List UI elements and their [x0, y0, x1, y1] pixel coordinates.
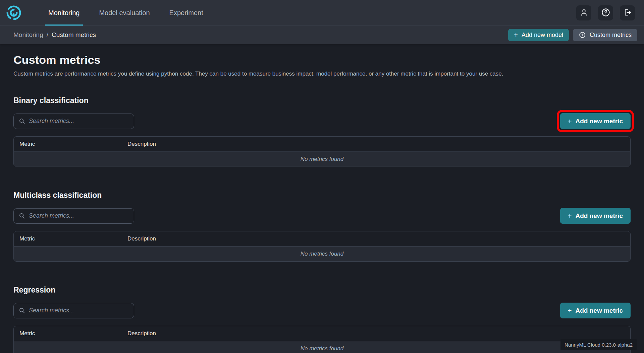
tab-experiment[interactable]: Experiment [166, 0, 207, 26]
breadcrumb-separator: / [47, 31, 48, 39]
search-icon [18, 307, 25, 314]
page-title: Custom metrics [13, 53, 631, 67]
search-icon [18, 118, 25, 125]
add-new-metric-label: Add new metric [576, 212, 623, 220]
empty-state-text: No metrics found [301, 251, 344, 257]
column-header-description: Description [122, 330, 630, 337]
main-content: Custom metrics Custom metrics are perfor… [0, 53, 644, 353]
add-new-metric-label: Add new metric [576, 118, 623, 125]
table-header: Metric Description [14, 231, 630, 246]
table-header: Metric Description [14, 326, 630, 341]
section-heading-regression: Regression [13, 285, 631, 295]
section-multiclass-classification: Multiclass classification + Add new metr… [13, 191, 631, 262]
metrics-table-regression: Metric Description No metrics found [13, 326, 631, 353]
search-metrics-input-binary[interactable] [13, 114, 134, 129]
user-icon [580, 8, 588, 18]
breadcrumb-custom-metrics: Custom metrics [52, 31, 96, 39]
search-icon [18, 212, 25, 219]
section-heading-binary: Binary classification [13, 96, 631, 105]
circle-plus-icon [579, 31, 586, 39]
add-new-metric-button-binary[interactable]: + Add new metric [560, 113, 631, 129]
breadcrumb-actions: + Add new model Custom metrics [508, 29, 637, 41]
add-new-model-button[interactable]: + Add new model [508, 29, 569, 41]
plus-icon: + [568, 307, 572, 314]
metrics-table-multiclass: Metric Description No metrics found [13, 231, 631, 262]
section-heading-multiclass: Multiclass classification [13, 191, 631, 200]
help-icon [601, 8, 610, 18]
highlight-annotation: + Add new metric [557, 110, 634, 132]
column-header-description: Description [122, 235, 630, 242]
custom-metrics-label: Custom metrics [590, 32, 632, 39]
breadcrumb-bar: Monitoring / Custom metrics + Add new mo… [0, 26, 644, 44]
plus-icon: + [514, 32, 518, 38]
nav-action-buttons [576, 0, 635, 26]
search-input-multiclass[interactable] [29, 212, 129, 219]
empty-state-text: No metrics found [301, 156, 344, 163]
empty-state-text: No metrics found [301, 345, 344, 352]
logout-button[interactable] [620, 5, 635, 20]
column-header-metric: Metric [14, 141, 122, 147]
empty-state-row: No metrics found [14, 151, 630, 167]
section-binary-classification: Binary classification + Add new metric M… [13, 96, 631, 167]
plus-icon: + [568, 213, 572, 219]
tab-monitoring[interactable]: Monitoring [45, 0, 83, 26]
main-tabs: Monitoring Model evaluation Experiment [39, 0, 213, 26]
breadcrumb: Monitoring / Custom metrics [13, 31, 96, 39]
version-badge: NannyML Cloud 0.23.0-alpha2 [560, 339, 637, 350]
metrics-table-binary: Metric Description No metrics found [13, 136, 631, 167]
user-button[interactable] [576, 5, 591, 20]
help-button[interactable] [598, 5, 613, 20]
column-header-metric: Metric [14, 235, 122, 242]
column-header-metric: Metric [14, 330, 122, 337]
add-new-metric-button-multiclass[interactable]: + Add new metric [560, 208, 631, 224]
custom-metrics-button[interactable]: Custom metrics [573, 29, 637, 41]
add-new-metric-button-regression[interactable]: + Add new metric [560, 303, 631, 318]
section-regression: Regression + Add new metric Metric Descr… [13, 285, 631, 353]
table-header: Metric Description [14, 137, 630, 151]
search-input-regression[interactable] [29, 307, 129, 314]
nannyml-logo[interactable] [6, 0, 22, 26]
top-nav: Monitoring Model evaluation Experiment [0, 0, 644, 26]
search-metrics-input-multiclass[interactable] [13, 208, 134, 224]
search-metrics-input-regression[interactable] [13, 303, 134, 318]
add-new-model-label: Add new model [522, 32, 563, 39]
empty-state-row: No metrics found [14, 246, 630, 261]
add-new-metric-label: Add new metric [576, 307, 623, 314]
column-header-description: Description [122, 141, 630, 147]
logout-icon [623, 8, 632, 18]
search-input-binary[interactable] [29, 118, 129, 125]
empty-state-row: No metrics found [14, 341, 630, 353]
breadcrumb-monitoring[interactable]: Monitoring [13, 31, 43, 39]
tab-model-evaluation[interactable]: Model evaluation [96, 0, 153, 26]
page-description: Custom metrics are performance metrics y… [13, 71, 631, 77]
plus-icon: + [568, 118, 572, 125]
